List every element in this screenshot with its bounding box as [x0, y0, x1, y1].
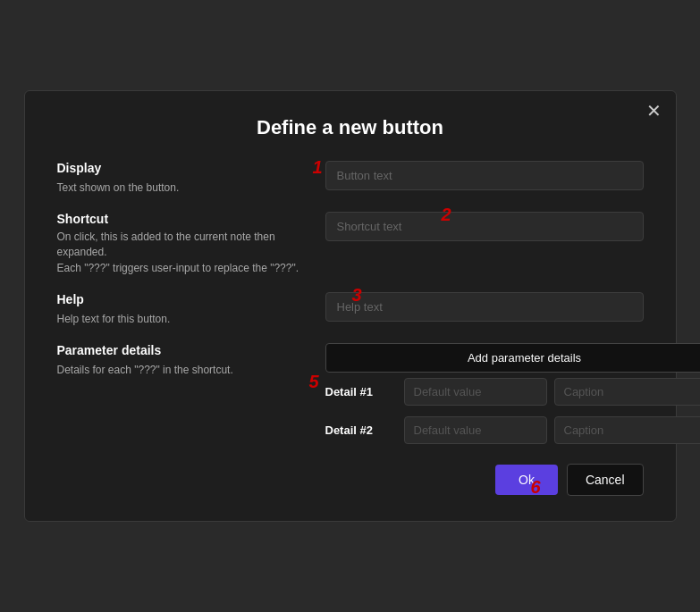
- step-number-5: 5: [309, 372, 319, 392]
- display-description: Text shown on the button.: [57, 181, 180, 194]
- add-parameter-button[interactable]: Add parameter details: [325, 343, 701, 373]
- param-label-col: Parameter details Details for each "???"…: [57, 343, 325, 378]
- help-input-col: 3: [325, 292, 644, 322]
- shortcut-label: Shortcut: [57, 212, 311, 226]
- detail-2-caption-input[interactable]: [554, 416, 701, 444]
- parameter-details-section: Parameter details Details for each "???"…: [57, 343, 644, 449]
- display-input[interactable]: [325, 161, 644, 190]
- shortcut-section: Shortcut On click, this is added to the …: [57, 212, 644, 276]
- detail-2-label: Detail #2: [325, 423, 397, 437]
- modal-title: Define a new button: [57, 116, 644, 139]
- display-label: Display: [57, 161, 311, 175]
- param-label: Parameter details: [57, 343, 311, 357]
- footer-row: 6 Ok Cancel: [57, 464, 644, 496]
- display-input-col: 1: [325, 161, 644, 190]
- shortcut-description-2: Each "???" triggers user-input to replac…: [57, 261, 311, 276]
- shortcut-input-col: 2: [325, 212, 644, 241]
- close-button[interactable]: ✕: [646, 102, 662, 120]
- overlay: ✕ Define a new button Display Text shown…: [0, 0, 700, 612]
- display-section: Display Text shown on the button. 1: [57, 161, 644, 196]
- help-label-col: Help Help text for this button.: [57, 292, 325, 327]
- shortcut-input[interactable]: [325, 212, 644, 241]
- detail-1-default-input[interactable]: [404, 378, 547, 406]
- step-number-1: 1: [313, 157, 323, 178]
- help-description: Help text for this button.: [57, 313, 171, 325]
- param-description: Details for each "???" in the shortcut.: [57, 364, 233, 376]
- step-number-2: 2: [442, 205, 451, 225]
- detail-row-1: Detail #1: [325, 378, 701, 406]
- step-number-3: 3: [352, 285, 362, 306]
- detail-row-2: Detail #2: [325, 416, 701, 444]
- cancel-button[interactable]: Cancel: [567, 464, 644, 496]
- help-label: Help: [57, 292, 311, 306]
- detail-1-caption-input[interactable]: [554, 378, 701, 406]
- display-label-col: Display Text shown on the button.: [57, 161, 325, 196]
- help-section: Help Help text for this button. 3: [57, 292, 644, 327]
- shortcut-label-col: Shortcut On click, this is added to the …: [57, 212, 325, 276]
- detail-1-label: Detail #1: [325, 385, 397, 398]
- ok-button[interactable]: Ok: [495, 465, 558, 495]
- step-number-6: 6: [531, 477, 541, 498]
- detail-2-default-input[interactable]: [404, 416, 547, 444]
- modal-dialog: ✕ Define a new button Display Text shown…: [24, 90, 677, 522]
- shortcut-description-1: On click, this is added to the current n…: [57, 230, 311, 260]
- help-input[interactable]: [325, 292, 644, 322]
